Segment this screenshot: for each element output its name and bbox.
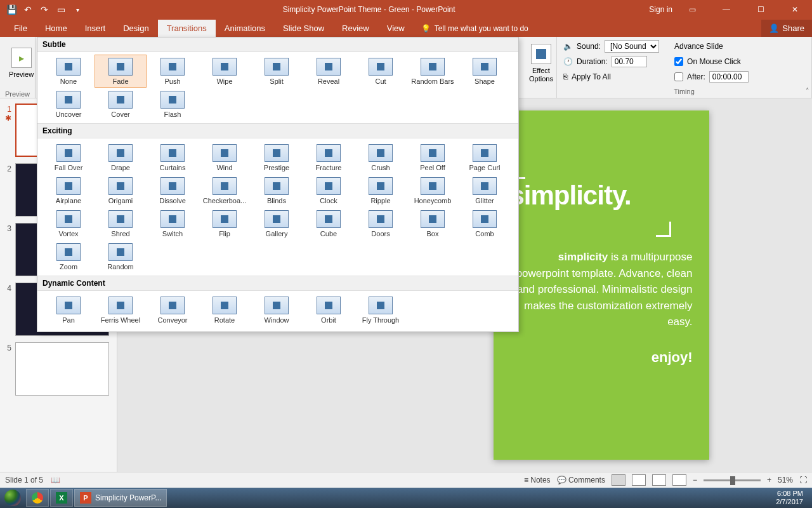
tab-insert[interactable]: Insert (76, 20, 115, 37)
transition-curtains[interactable]: Curtains (147, 141, 199, 174)
thumbnail-slide-5[interactable] (15, 342, 109, 396)
maximize-button[interactable]: ☐ (746, 0, 775, 19)
transition-cube[interactable]: Cube (303, 207, 355, 240)
save-icon[interactable]: 💾 (4, 2, 19, 17)
transition-orbit[interactable]: Orbit (303, 293, 355, 326)
comments-button[interactable]: 💬 Comments (557, 476, 605, 485)
tab-home[interactable]: Home (36, 20, 76, 37)
transition-comb[interactable]: Comb (459, 207, 511, 240)
close-button[interactable]: ✕ (780, 0, 809, 19)
transition-box[interactable]: Box (407, 207, 459, 240)
transition-fracture[interactable]: Fracture (303, 141, 355, 174)
transition-reveal[interactable]: Reveal (303, 55, 355, 88)
transition-flip[interactable]: Flip (199, 207, 251, 240)
transition-shred[interactable]: Shred (95, 207, 147, 240)
start-from-beginning-icon[interactable]: ▭ (53, 2, 69, 17)
transition-fly-through[interactable]: Fly Through (355, 293, 407, 326)
notes-button[interactable]: ≡ Notes (524, 476, 551, 485)
transition-gallery[interactable]: Gallery (251, 207, 303, 240)
transition-flash[interactable]: Flash (147, 88, 199, 121)
tab-view[interactable]: View (378, 20, 414, 37)
transition-page-curl[interactable]: Page Curl (459, 141, 511, 174)
after-checkbox[interactable] (674, 72, 683, 81)
transition-pan[interactable]: Pan (43, 293, 95, 326)
effect-options-button[interactable]: Effect Options (524, 38, 558, 89)
transition-clock[interactable]: Clock (303, 174, 355, 207)
transition-ripple[interactable]: Ripple (355, 174, 407, 207)
transition-uncover[interactable]: Uncover (43, 88, 95, 121)
transition-vortex[interactable]: Vortex (43, 207, 95, 240)
zoom-in-button[interactable]: + (767, 476, 771, 485)
transition-label: Origami (108, 197, 133, 204)
transition-blinds[interactable]: Blinds (251, 174, 303, 207)
tab-design[interactable]: Design (114, 20, 157, 37)
powerpoint-icon: P (80, 492, 91, 504)
transition-crush[interactable]: Crush (355, 141, 407, 174)
transition-wind[interactable]: Wind (199, 141, 251, 174)
transition-random[interactable]: Random (95, 240, 147, 273)
sign-in-link[interactable]: Sign in (649, 5, 672, 14)
transition-origami[interactable]: Origami (95, 174, 147, 207)
start-button[interactable] (0, 488, 25, 508)
qat-customize-icon[interactable]: ▾ (70, 2, 85, 17)
zoom-out-button[interactable]: − (693, 476, 697, 485)
transition-dissolve[interactable]: Dissolve (147, 174, 199, 207)
transition-ferris-wheel[interactable]: Ferris Wheel (95, 293, 147, 326)
transition-honeycomb[interactable]: Honeycomb (407, 174, 459, 207)
taskbar-excel[interactable]: X (50, 489, 73, 507)
transition-fall-over[interactable]: Fall Over (43, 141, 95, 174)
zoom-level[interactable]: 51% (778, 476, 793, 485)
tab-review[interactable]: Review (333, 20, 378, 37)
on-mouse-click-checkbox[interactable] (674, 57, 683, 66)
duration-input[interactable] (612, 56, 647, 67)
slideshow-view-button[interactable] (672, 474, 686, 486)
transition-window[interactable]: Window (251, 293, 303, 326)
transition-prestige[interactable]: Prestige (251, 141, 303, 174)
transition-glitter[interactable]: Glitter (459, 174, 511, 207)
fit-to-window-button[interactable]: ⛶ (799, 476, 807, 485)
transition-zoom[interactable]: Zoom (43, 240, 95, 273)
spell-check-icon[interactable]: 📖 (51, 476, 60, 485)
taskbar-chrome[interactable] (26, 489, 49, 507)
taskbar-powerpoint[interactable]: PSimplicity PowerP... (74, 489, 167, 507)
after-input[interactable] (709, 71, 749, 83)
transition-peel-off[interactable]: Peel Off (407, 141, 459, 174)
transition-cover[interactable]: Cover (95, 88, 147, 121)
sound-select[interactable]: [No Sound] (605, 40, 659, 53)
transition-cut[interactable]: Cut (355, 55, 407, 88)
preview-button[interactable]: ▸ Preview (4, 38, 39, 89)
apply-all-button[interactable]: Apply To All (572, 72, 611, 81)
transition-doors[interactable]: Doors (355, 207, 407, 240)
transition-drape[interactable]: Drape (95, 141, 147, 174)
transition-airplane[interactable]: Airplane (43, 174, 95, 207)
transition-fade[interactable]: Fade (95, 55, 147, 88)
minimize-button[interactable]: — (712, 0, 741, 19)
transition-rotate[interactable]: Rotate (199, 293, 251, 326)
gallery-category-exciting: Exciting (37, 123, 518, 138)
transition-push[interactable]: Push (147, 55, 199, 88)
system-clock[interactable]: 6:08 PM2/7/2017 (767, 490, 812, 506)
tab-animations[interactable]: Animations (216, 20, 274, 37)
transition-switch[interactable]: Switch (147, 207, 199, 240)
collapse-ribbon-icon[interactable]: ˄ (806, 87, 809, 95)
tab-slideshow[interactable]: Slide Show (274, 20, 333, 37)
transition-checkerboa-[interactable]: Checkerboa... (199, 174, 251, 207)
transition-none[interactable]: None (43, 55, 95, 88)
tab-file[interactable]: File (5, 20, 36, 37)
reading-view-button[interactable] (652, 474, 666, 486)
undo-icon[interactable]: ↶ (20, 2, 36, 17)
transition-split[interactable]: Split (251, 55, 303, 88)
transition-random-bars[interactable]: Random Bars (407, 55, 459, 88)
redo-icon[interactable]: ↷ (37, 2, 52, 17)
zoom-slider[interactable] (704, 479, 761, 481)
normal-view-button[interactable] (612, 474, 625, 486)
tab-transitions[interactable]: Transitions (158, 20, 216, 37)
tell-me-search[interactable]: 💡Tell me what you want to do (414, 20, 536, 37)
preview-icon: ▸ (11, 48, 32, 68)
transition-shape[interactable]: Shape (459, 55, 511, 88)
share-button[interactable]: 👤Share (761, 20, 812, 37)
slide-sorter-view-button[interactable] (632, 474, 646, 486)
transition-conveyor[interactable]: Conveyor (147, 293, 199, 326)
ribbon-display-icon[interactable]: ▭ (678, 0, 707, 19)
transition-wipe[interactable]: Wipe (199, 55, 251, 88)
